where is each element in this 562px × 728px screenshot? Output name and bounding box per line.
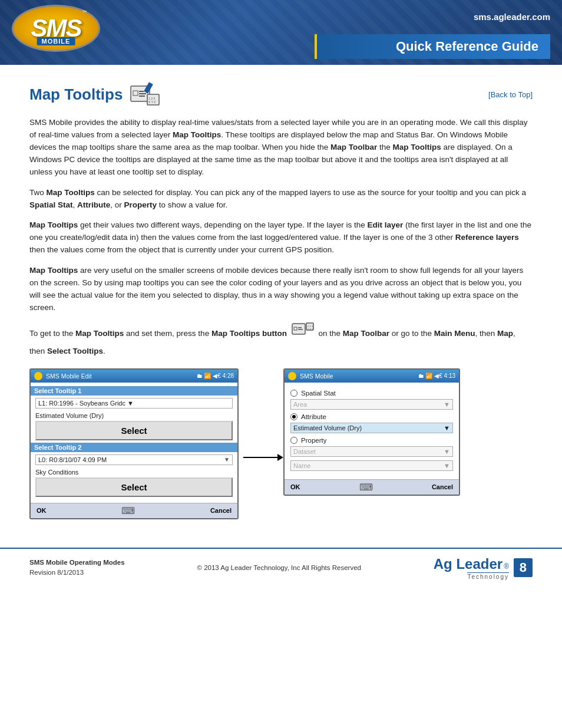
footer-copyright: © 2013 Ag Leader Technology, Inc All Rig… bbox=[197, 564, 361, 571]
inline-tooltip-icon: 1 2 3 X Y Z bbox=[292, 322, 314, 345]
screen2-spatial-radio[interactable] bbox=[290, 390, 297, 397]
title-row: Map Tooltips 1 2 3 X Y Z bbox=[29, 81, 533, 107]
screen2-attribute-radio[interactable] bbox=[290, 413, 297, 420]
screen2-icon bbox=[288, 372, 296, 380]
svg-rect-3 bbox=[139, 93, 146, 94]
screen1-status: 🖿 📶 ◀€ 4:28 bbox=[197, 373, 234, 379]
screen2-name-dropdown[interactable]: Name ▼ bbox=[290, 460, 453, 471]
screen2-dataset-dropdown[interactable]: Dataset ▼ bbox=[290, 446, 453, 457]
svg-rect-2 bbox=[139, 91, 144, 92]
arrow-container bbox=[239, 368, 283, 458]
screen2-name-text: Name bbox=[293, 462, 310, 469]
screen2-attribute-arrow: ▼ bbox=[444, 424, 450, 431]
footer-doc-title: SMS Mobile Operating Modes bbox=[29, 558, 125, 568]
screen1-label1: Estimated Volume (Dry) bbox=[35, 412, 233, 419]
screen1-dropdown2[interactable]: L0: R0:8/10/07 4:09 PM ▼ bbox=[35, 454, 233, 465]
header-right: sms.agleader.com Quick Reference Guide bbox=[315, 0, 550, 65]
screen1-dropdown2-arrow: ▼ bbox=[224, 456, 230, 463]
screen2-attribute-value: Estimated Volume (Dry) bbox=[293, 424, 362, 431]
screenshots-section: SMS Mobile Edit 🖿 📶 ◀€ 4:28 Select Toolt… bbox=[29, 368, 533, 519]
agleader-logo: Ag Leader ® Technology bbox=[434, 556, 509, 580]
sms-logo: SMS MOBILE ™ bbox=[12, 5, 106, 58]
screen2-cancel-btn[interactable]: Cancel bbox=[432, 483, 453, 490]
logo-tm: ™ bbox=[82, 9, 87, 15]
paragraph-2: Two Map Tooltips can be selected for dis… bbox=[29, 187, 533, 212]
screen1-dropdown1[interactable]: L1: R0:1996 - Soybeans Gridc ▼ bbox=[35, 398, 233, 409]
screen1-footer: OK ⌨ Cancel bbox=[31, 503, 237, 518]
screen2-name-arrow: ▼ bbox=[444, 462, 450, 469]
arrow-line bbox=[243, 457, 279, 458]
screen2-spatial-label: Spatial Stat bbox=[301, 390, 336, 397]
screen2-attribute-label: Attribute bbox=[301, 413, 326, 420]
screen2-dataset-arrow: ▼ bbox=[444, 448, 450, 455]
footer-revision: Revision 8/1/2013 bbox=[29, 568, 125, 578]
screen1-section1-header: Select Tooltip 1 bbox=[31, 386, 237, 396]
screen1-select1-btn[interactable]: Select bbox=[35, 421, 233, 440]
screen1-section2-header: Select Tooltip 2 bbox=[31, 443, 237, 452]
screen2-area-dropdown[interactable]: Area ▼ bbox=[290, 399, 453, 410]
screen1-cancel-btn[interactable]: Cancel bbox=[210, 507, 232, 514]
screen2-property-row: Property bbox=[290, 437, 453, 444]
header-qrg: Quick Reference Guide bbox=[315, 34, 550, 59]
page-footer: SMS Mobile Operating Modes Revision 8/1/… bbox=[0, 548, 562, 587]
screen1-body: Select Tooltip 1 L1: R0:1996 - Soybeans … bbox=[31, 383, 237, 503]
screen1-ok-btn[interactable]: OK bbox=[37, 507, 47, 514]
footer-right: Ag Leader ® Technology 8 bbox=[434, 556, 533, 580]
page-number: 8 bbox=[514, 558, 533, 577]
paragraph-3: Map Tooltips get their values two differ… bbox=[29, 219, 533, 256]
screen1-label2: Sky Conditions bbox=[35, 469, 233, 476]
screen2-body: Spatial Stat Area ▼ Attribute Estimated … bbox=[285, 383, 459, 479]
page-title: Map Tooltips bbox=[29, 85, 123, 104]
screen2-keyboard-icon: ⌨ bbox=[359, 482, 373, 493]
page-header: SMS MOBILE ™ sms.agleader.com Quick Refe… bbox=[0, 0, 562, 65]
agleader-ag-text: Ag Leader bbox=[434, 556, 503, 572]
svg-text:X Y Z: X Y Z bbox=[148, 100, 156, 104]
title-left: Map Tooltips 1 2 3 X Y Z bbox=[29, 81, 160, 107]
screen1-keyboard-icon: ⌨ bbox=[121, 505, 135, 516]
screen2-area-text: Area bbox=[293, 401, 307, 408]
screen2-attribute-row: Attribute bbox=[290, 413, 453, 420]
screen2-property-radio[interactable] bbox=[290, 437, 297, 444]
screen1-titlebar: SMS Mobile Edit 🖿 📶 ◀€ 4:28 bbox=[31, 370, 237, 383]
header-url: sms.agleader.com bbox=[474, 12, 550, 22]
screen1-title: SMS Mobile Edit bbox=[46, 373, 193, 380]
main-content: Map Tooltips 1 2 3 X Y Z bbox=[0, 65, 562, 542]
back-to-top-link[interactable]: [Back to Top] bbox=[488, 90, 533, 99]
svg-text:X Y Z: X Y Z bbox=[308, 328, 313, 331]
screen2-attribute-dropdown[interactable]: Estimated Volume (Dry) ▼ bbox=[290, 423, 453, 433]
screen2: SMS Mobile 🖿 📶 ◀€ 4:13 Spatial Stat Area… bbox=[283, 368, 460, 496]
screen1-icon bbox=[34, 372, 42, 380]
svg-rect-11 bbox=[298, 327, 302, 328]
screen2-ok-btn[interactable]: OK bbox=[290, 483, 300, 490]
svg-rect-4 bbox=[139, 95, 145, 97]
agleader-tech-text: Technology bbox=[467, 572, 509, 580]
paragraph-4: Map Tooltips are very useful on the smal… bbox=[29, 265, 533, 314]
screen2-titlebar: SMS Mobile 🖿 📶 ◀€ 4:13 bbox=[285, 370, 459, 383]
screen1-dropdown2-row: L0: R0:8/10/07 4:09 PM ▼ bbox=[35, 454, 233, 465]
logo-subtext: MOBILE bbox=[37, 37, 75, 45]
screen2-title: SMS Mobile bbox=[300, 373, 415, 380]
screen1: SMS Mobile Edit 🖿 📶 ◀€ 4:28 Select Toolt… bbox=[29, 368, 239, 519]
paragraph-5: To get to the Map Tooltips and set them,… bbox=[29, 322, 533, 358]
paragraph-1: SMS Mobile provides the ability to displ… bbox=[29, 117, 533, 179]
map-tooltips-icon: 1 2 3 X Y Z bbox=[130, 81, 160, 107]
screen2-spatial-row: Spatial Stat bbox=[290, 390, 453, 397]
footer-doc-info: SMS Mobile Operating Modes Revision 8/1/… bbox=[29, 558, 125, 578]
screen2-attribute-radio-fill bbox=[292, 415, 296, 419]
screen2-footer: OK ⌨ Cancel bbox=[285, 479, 459, 495]
screen2-property-label: Property bbox=[301, 437, 326, 444]
screen2-dataset-text: Dataset bbox=[293, 448, 316, 455]
screen1-dropdown1-row: L1: R0:1996 - Soybeans Gridc ▼ bbox=[35, 398, 233, 409]
screen2-status: 🖿 📶 ◀€ 4:13 bbox=[418, 373, 455, 379]
screen2-area-arrow: ▼ bbox=[444, 401, 450, 408]
screen1-select2-btn[interactable]: Select bbox=[35, 477, 233, 497]
svg-rect-12 bbox=[298, 329, 303, 330]
agleader-reg: ® bbox=[504, 562, 509, 571]
